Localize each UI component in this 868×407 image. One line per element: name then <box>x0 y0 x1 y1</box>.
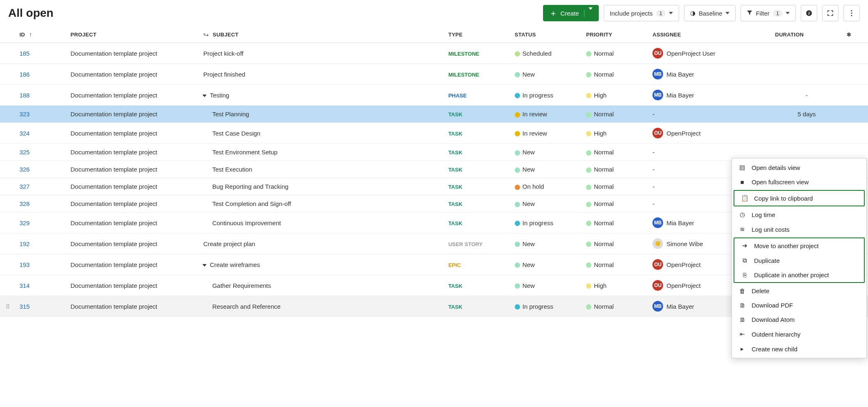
work-package-id-link[interactable]: 327 <box>19 183 30 190</box>
subject-cell[interactable]: Test Case Design <box>199 123 444 144</box>
duration-cell[interactable]: 5 days <box>771 106 842 123</box>
work-package-id-link[interactable]: 192 <box>19 240 30 247</box>
table-row[interactable]: 324Documentation template projectTest Ca… <box>0 123 868 144</box>
status-cell[interactable]: Scheduled <box>511 43 582 64</box>
fullscreen-button[interactable] <box>822 5 838 21</box>
priority-cell[interactable]: Normal <box>582 144 648 161</box>
column-priority[interactable]: PRIORITY <box>582 26 648 43</box>
expand-toggle-icon[interactable] <box>202 95 207 97</box>
type-cell[interactable]: TASK <box>444 195 511 213</box>
menu-move-project[interactable]: ➔ Move to another project <box>734 238 864 253</box>
subject-cell[interactable]: Gather Requirements <box>199 275 444 296</box>
status-cell[interactable]: In progress <box>511 85 582 106</box>
status-cell[interactable]: New <box>511 64 582 85</box>
status-cell[interactable]: In review <box>511 123 582 144</box>
priority-cell[interactable]: Normal <box>582 106 648 123</box>
priority-cell[interactable]: Normal <box>582 178 648 195</box>
more-actions-button[interactable] <box>843 5 860 21</box>
work-package-id-link[interactable]: 314 <box>19 282 30 289</box>
status-cell[interactable]: New <box>511 254 582 275</box>
work-package-id-link[interactable]: 185 <box>19 50 30 57</box>
table-row[interactable]: 186Documentation template projectProject… <box>0 64 868 85</box>
assignee-cell[interactable]: OUOpenProject <box>648 123 771 144</box>
type-cell[interactable]: TASK <box>444 178 511 195</box>
subject-cell[interactable]: Test Planning <box>199 106 444 123</box>
type-cell[interactable]: TASK <box>444 161 511 178</box>
work-package-id-link[interactable]: 326 <box>19 166 30 173</box>
duration-cell[interactable] <box>771 64 842 85</box>
status-cell[interactable]: In review <box>511 106 582 123</box>
status-cell[interactable]: New <box>511 144 582 161</box>
column-status[interactable]: STATUS <box>511 26 582 43</box>
project-cell[interactable]: Documentation template project <box>66 161 199 178</box>
menu-open-fullscreen[interactable]: ■ Open fullscreen view <box>732 175 866 189</box>
project-cell[interactable]: Documentation template project <box>66 43 199 64</box>
priority-cell[interactable]: Normal <box>582 195 648 213</box>
priority-cell[interactable]: High <box>582 275 648 296</box>
type-cell[interactable]: USER STORY <box>444 233 511 254</box>
subject-cell[interactable]: Continuous Improvement <box>199 213 444 233</box>
menu-duplicate-project[interactable]: ⎘ Duplicate in another project <box>734 268 864 282</box>
filter-button[interactable]: Filter 1 <box>741 5 796 21</box>
priority-cell[interactable]: Normal <box>582 296 648 317</box>
project-cell[interactable]: Documentation template project <box>66 254 199 275</box>
assignee-cell[interactable]: MBMia Bayer <box>648 85 771 106</box>
project-cell[interactable]: Documentation template project <box>66 296 199 317</box>
assignee-cell[interactable]: - <box>648 106 771 123</box>
menu-open-details[interactable]: ▤ Open details view <box>732 160 866 175</box>
type-cell[interactable]: TASK <box>444 213 511 233</box>
column-subject[interactable]: ⮑ SUBJECT <box>199 26 444 43</box>
subject-cell[interactable]: Bug Reporting and Tracking <box>199 178 444 195</box>
subject-cell[interactable]: Test Completion and Sign-off <box>199 195 444 213</box>
work-package-id-link[interactable]: 328 <box>19 200 30 207</box>
project-cell[interactable]: Documentation template project <box>66 85 199 106</box>
status-cell[interactable]: New <box>511 161 582 178</box>
include-projects-button[interactable]: Include projects 1 <box>604 5 679 21</box>
work-package-id-link[interactable]: 193 <box>19 261 30 268</box>
work-package-id-link[interactable]: 329 <box>19 219 30 226</box>
subject-cell[interactable]: Test Execution <box>199 161 444 178</box>
expand-toggle-icon[interactable] <box>202 264 207 267</box>
duration-cell[interactable]: - <box>771 85 842 106</box>
priority-cell[interactable]: Normal <box>582 233 648 254</box>
project-cell[interactable]: Documentation template project <box>66 144 199 161</box>
work-package-id-link[interactable]: 186 <box>19 71 30 78</box>
work-package-id-link[interactable]: 325 <box>19 149 30 156</box>
column-duration[interactable]: DURATION <box>771 26 842 43</box>
column-type[interactable]: TYPE <box>444 26 511 43</box>
work-package-id-link[interactable]: 323 <box>19 111 30 118</box>
table-row[interactable]: 323Documentation template projectTest Pl… <box>0 106 868 123</box>
subject-cell[interactable]: Create wireframes <box>199 254 444 275</box>
project-cell[interactable]: Documentation template project <box>66 178 199 195</box>
priority-cell[interactable]: Normal <box>582 161 648 178</box>
column-id[interactable]: ID ↑ <box>15 26 66 43</box>
column-assignee[interactable]: ASSIGNEE <box>648 26 771 43</box>
menu-log-time[interactable]: ◷ Log time <box>732 207 866 222</box>
type-cell[interactable]: PHASE <box>444 85 511 106</box>
baseline-button[interactable]: ◑ Baseline <box>684 5 736 21</box>
table-row[interactable]: 185Documentation template projectProject… <box>0 43 868 64</box>
subject-cell[interactable]: Project finished <box>199 64 444 85</box>
type-cell[interactable]: TASK <box>444 275 511 296</box>
create-button[interactable]: ＋ Create <box>543 5 599 21</box>
duration-cell[interactable] <box>771 123 842 144</box>
work-package-id-link[interactable]: 324 <box>19 130 30 137</box>
project-cell[interactable]: Documentation template project <box>66 213 199 233</box>
info-button[interactable]: i <box>801 5 817 21</box>
type-cell[interactable]: TASK <box>444 106 511 123</box>
drag-handle-icon[interactable]: ⠿ <box>6 303 10 310</box>
menu-download-atom[interactable]: 🗎 Download Atom <box>732 312 866 317</box>
priority-cell[interactable]: Normal <box>582 43 648 64</box>
table-row[interactable]: 188Documentation template projectTesting… <box>0 85 868 106</box>
priority-cell[interactable]: High <box>582 123 648 144</box>
subject-cell[interactable]: Test Environment Setup <box>199 144 444 161</box>
menu-log-unit-costs[interactable]: ≋ Log unit costs <box>732 222 866 237</box>
status-cell[interactable]: In progress <box>511 213 582 233</box>
menu-copy-link[interactable]: 📋 Copy link to clipboard <box>734 191 864 206</box>
subject-cell[interactable]: Testing <box>199 85 444 106</box>
type-cell[interactable]: TASK <box>444 296 511 317</box>
menu-delete[interactable]: 🗑 Delete <box>732 284 866 298</box>
subject-cell[interactable]: Project kick-off <box>199 43 444 64</box>
type-cell[interactable]: EPIC <box>444 254 511 275</box>
column-project[interactable]: PROJECT <box>66 26 199 43</box>
